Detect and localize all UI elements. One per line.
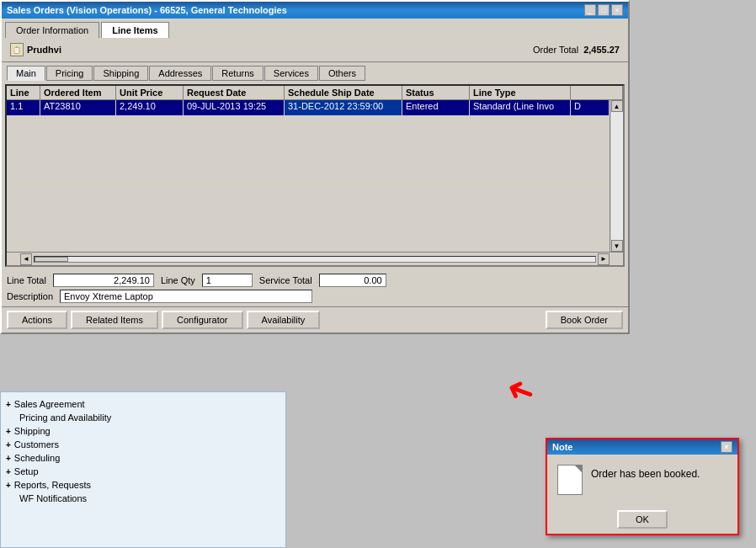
main-window: Sales Orders (Vision Operations) - 66525…: [0, 0, 630, 334]
empty-row: [7, 207, 610, 222]
horizontal-scrollbar[interactable]: ◄ ►: [7, 252, 623, 265]
related-items-button[interactable]: Related Items: [71, 311, 158, 329]
tab-shipping[interactable]: Shipping: [93, 66, 148, 81]
expand-icon: +: [6, 440, 11, 450]
sidebar-panel: + Sales Agreement Pricing and Availabili…: [0, 391, 286, 548]
sub-tab-bar: Main Pricing Shipping Addresses Returns …: [2, 61, 628, 81]
bottom-info: Line Total 2,249.10 Line Qty 1 Service T…: [2, 270, 628, 306]
order-total: Order Total 2,455.27: [533, 45, 620, 55]
title-bar: Sales Orders (Vision Operations) - 66525…: [2, 2, 628, 19]
cell-schedule-ship-date: 31-DEC-2012 23:59:00: [285, 100, 402, 115]
tab-addresses[interactable]: Addresses: [149, 66, 211, 81]
empty-row: [7, 131, 610, 146]
sidebar-item-shipping[interactable]: + Shipping: [6, 424, 280, 438]
note-dialog-footer: OK: [547, 505, 737, 534]
sidebar-item-wf-notifications: WF Notifications: [6, 492, 280, 505]
sidebar-item-setup[interactable]: + Setup: [6, 465, 280, 478]
expand-icon: +: [6, 454, 11, 463]
line-qty-value: 1: [202, 274, 253, 287]
table-row[interactable]: 1.1 AT23810 2,249.10 09-JUL-2013 19:25 3…: [7, 100, 610, 116]
h-scroll-track: [34, 256, 596, 263]
empty-row: [7, 192, 610, 207]
description-value: Envoy Xtreme Laptop: [60, 290, 312, 303]
actions-button[interactable]: Actions: [7, 311, 67, 329]
service-total-value: 0.00: [319, 274, 386, 287]
maximize-button[interactable]: □: [598, 4, 610, 16]
expand-icon: +: [6, 427, 11, 436]
tab-line-items[interactable]: Line Items: [101, 22, 168, 38]
scroll-track: [611, 112, 623, 240]
header-line-type: Line Type: [470, 86, 571, 99]
scroll-left-button[interactable]: ◄: [20, 253, 32, 265]
cell-ordered-item: AT23810: [40, 100, 116, 115]
user-info-row: 📋 Prudhvi Order Total 2,455.27: [5, 40, 625, 60]
expand-icon: +: [6, 481, 11, 490]
cell-request-date: 09-JUL-2013 19:25: [184, 100, 285, 115]
title-text: Sales Orders (Vision Operations) - 66525…: [7, 5, 287, 15]
vertical-scrollbar[interactable]: ▲ ▼: [610, 100, 623, 252]
grid-header: Line Ordered Item Unit Price Request Dat…: [7, 86, 623, 100]
action-button-bar: Actions Related Items Configurator Avail…: [2, 306, 628, 333]
note-paper-icon: [557, 465, 583, 495]
grid-body: 1.1 AT23810 2,249.10 09-JUL-2013 19:25 3…: [7, 100, 623, 252]
scroll-right-button[interactable]: ►: [598, 253, 610, 265]
sidebar-item-pricing-availability: Pricing and Availability: [6, 411, 280, 424]
empty-row: [7, 162, 610, 177]
header-request-date: Request Date: [184, 86, 285, 99]
header-schedule-ship-date: Schedule Ship Date: [285, 86, 402, 99]
line-items-grid: Line Ordered Item Unit Price Request Dat…: [5, 84, 625, 267]
line-total-value: 2,249.10: [53, 274, 154, 287]
red-arrow-indicator: ➜: [501, 367, 541, 413]
tab-services[interactable]: Services: [264, 66, 318, 81]
empty-row: [7, 116, 610, 131]
cell-extra: D: [571, 100, 610, 115]
cell-line-type: Standard (Line Invo: [470, 100, 571, 115]
cell-status: Entered: [402, 100, 470, 115]
empty-row: [7, 222, 610, 237]
top-tab-bar: Order Information Line Items: [2, 19, 628, 38]
h-scroll-thumb: [35, 257, 68, 262]
grid-rows: 1.1 AT23810 2,249.10 09-JUL-2013 19:25 3…: [7, 100, 610, 252]
note-dialog: Note × Order has been booked. OK: [546, 438, 739, 535]
tab-main[interactable]: Main: [7, 66, 45, 81]
header-unit-price: Unit Price: [116, 86, 184, 99]
close-button[interactable]: ×: [611, 4, 623, 16]
user-name: 📋 Prudhvi: [10, 43, 61, 56]
tab-order-information[interactable]: Order Information: [5, 22, 99, 38]
header-ordered-item: Ordered Item: [40, 86, 116, 99]
note-dialog-title-text: Note: [552, 442, 572, 452]
note-ok-button[interactable]: OK: [617, 510, 668, 529]
tab-others[interactable]: Others: [319, 66, 365, 81]
window-controls: _ □ ×: [584, 4, 623, 16]
minimize-button[interactable]: _: [584, 4, 596, 16]
header-status: Status: [402, 86, 470, 99]
expand-icon: +: [6, 400, 11, 409]
user-note-icon: 📋: [10, 43, 24, 56]
sidebar-item-scheduling[interactable]: + Scheduling: [6, 451, 280, 465]
cell-unit-price: 2,249.10: [116, 100, 184, 115]
configurator-button[interactable]: Configurator: [162, 311, 243, 329]
header-line: Line: [7, 86, 40, 99]
totals-row: Line Total 2,249.10 Line Qty 1 Service T…: [7, 274, 623, 287]
sidebar-item-sales-agreement[interactable]: + Sales Agreement: [6, 397, 280, 411]
scroll-down-button[interactable]: ▼: [611, 240, 623, 252]
empty-row: [7, 146, 610, 162]
note-dialog-body: Order has been booked.: [547, 455, 737, 505]
note-dialog-title-bar: Note ×: [547, 439, 737, 455]
note-message-text: Order has been booked.: [591, 465, 700, 480]
tab-returns[interactable]: Returns: [212, 66, 264, 81]
availability-button[interactable]: Availability: [247, 311, 321, 329]
note-dialog-close-button[interactable]: ×: [721, 441, 732, 453]
sidebar-item-customers[interactable]: + Customers: [6, 438, 280, 451]
tab-pricing[interactable]: Pricing: [46, 66, 93, 81]
sidebar-item-reports[interactable]: + Reports, Requests: [6, 478, 280, 492]
book-order-button[interactable]: Book Order: [546, 311, 623, 329]
empty-row: [7, 177, 610, 192]
cell-line: 1.1: [7, 100, 40, 115]
header-extra: [571, 86, 623, 99]
expand-icon: +: [6, 467, 11, 476]
description-row: Description Envoy Xtreme Laptop: [7, 290, 623, 303]
scroll-up-button[interactable]: ▲: [611, 100, 623, 112]
